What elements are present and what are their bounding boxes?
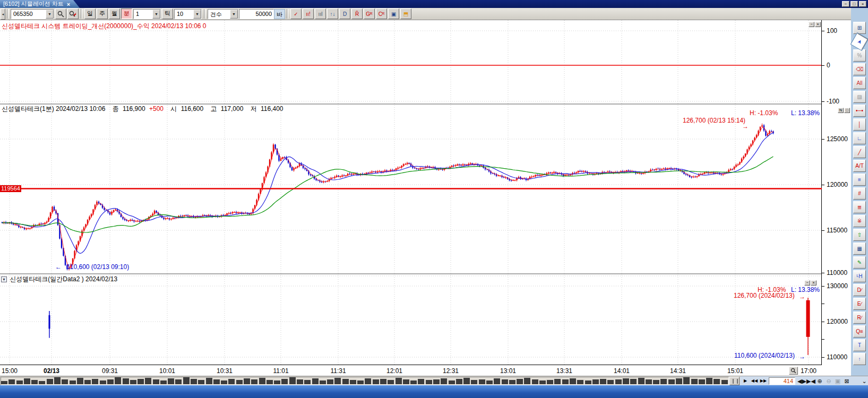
chevron-down-icon[interactable]: ▼ bbox=[46, 10, 54, 19]
q-list-icon[interactable]: Q≡ bbox=[853, 325, 866, 338]
period-combobox[interactable]: 1 ▼ bbox=[133, 9, 161, 19]
volume-bar bbox=[206, 378, 212, 384]
vline-tool-icon[interactable]: │ bbox=[853, 118, 866, 131]
arrow-top-icon[interactable]: ↑ bbox=[853, 353, 866, 365]
stock-code-combobox[interactable]: 065350 ▼ bbox=[11, 9, 54, 19]
volume-bar bbox=[502, 379, 508, 384]
expand-bars-button[interactable]: ◀▶ bbox=[797, 377, 806, 385]
axis-zoom-button[interactable] bbox=[789, 367, 798, 375]
t-text-icon[interactable]: T bbox=[853, 339, 866, 351]
fit-button[interactable]: ▣ bbox=[833, 377, 842, 385]
axis-tick bbox=[822, 286, 824, 287]
arrow-up-icon[interactable]: ⇧ bbox=[853, 229, 866, 241]
zoom-area-icon[interactable]: ▨ bbox=[853, 91, 866, 103]
d-hatch-icon[interactable]: D∕ bbox=[853, 284, 866, 296]
chevron-down-icon[interactable]: ⌄ bbox=[860, 377, 868, 385]
bar-count-input[interactable] bbox=[769, 377, 795, 385]
volume-bar bbox=[107, 379, 114, 384]
volume-bar bbox=[115, 377, 121, 384]
volume-bar bbox=[236, 380, 243, 384]
zoom-in-button[interactable]: ⊕ bbox=[815, 377, 824, 385]
lh-chart-icon[interactable]: ᴸH bbox=[853, 270, 866, 282]
trendline-icon[interactable]: ╱ bbox=[853, 146, 866, 158]
tab-close-icon[interactable]: × bbox=[67, 1, 70, 7]
close-zoom-button[interactable]: ⊠ bbox=[843, 377, 851, 385]
minute-pane-button[interactable]: N bbox=[838, 108, 844, 113]
window-tab[interactable]: [6102] 시뮬레이션 차트 × bbox=[0, 0, 80, 8]
toolbar-collapse-button[interactable]: ◂ bbox=[1, 8, 5, 20]
signal-bars-icon[interactable]: ıı! bbox=[303, 8, 314, 19]
maximize-button[interactable]: □ bbox=[850, 1, 858, 7]
r-hatch-icon[interactable]: R∕ bbox=[853, 312, 866, 324]
period-button-일[interactable]: 일 bbox=[84, 8, 96, 19]
volume-bar bbox=[8, 379, 15, 384]
collapse-pane-icon[interactable]: ▼ bbox=[1, 276, 7, 282]
daily-pane-button[interactable]: − bbox=[804, 280, 810, 285]
volume-bar bbox=[463, 378, 470, 384]
hlines-stack-icon[interactable]: ≡ bbox=[853, 174, 866, 186]
profit-pane-button[interactable]: − bbox=[809, 22, 814, 27]
percent-icon[interactable]: % bbox=[853, 49, 866, 62]
period-button-월[interactable]: 월 bbox=[109, 8, 120, 19]
page-first-button[interactable]: ◀◀ bbox=[750, 377, 759, 385]
pattern-icon[interactable]: ※ bbox=[853, 215, 866, 227]
copy-r-icon[interactable]: Cᴿ bbox=[376, 8, 387, 19]
new-document-icon[interactable]: D bbox=[339, 8, 350, 19]
minimize-button[interactable]: − bbox=[842, 1, 849, 7]
search-button[interactable] bbox=[55, 8, 66, 19]
time-label: 11:01 bbox=[273, 367, 288, 375]
volume-bars-icon[interactable]: ııl bbox=[315, 8, 326, 19]
period-button-분[interactable]: 분 bbox=[121, 8, 132, 19]
sort-arrows-icon[interactable]: ↑↓ bbox=[327, 8, 338, 19]
count-input[interactable] bbox=[239, 9, 274, 19]
red-lines-icon[interactable]: ≣ bbox=[853, 201, 866, 213]
minute-pane-button[interactable]: □ bbox=[844, 108, 850, 113]
page-last-button[interactable]: ▶▶ bbox=[759, 377, 768, 385]
low-label: 저 bbox=[251, 105, 257, 114]
scrollbar-thumb[interactable] bbox=[729, 377, 740, 385]
scroll-right-button[interactable]: ▶ bbox=[742, 377, 749, 385]
profit-pane-button[interactable]: × bbox=[815, 22, 821, 27]
refresh-r-icon[interactable]: R̈ bbox=[351, 8, 363, 19]
cursor-icon[interactable]: ➤ bbox=[851, 33, 868, 50]
axis-tick bbox=[822, 357, 824, 358]
time-label: 15:00 bbox=[2, 367, 18, 375]
daily-pane-button[interactable]: × bbox=[811, 280, 817, 285]
chart-layout-icon[interactable]: ⊞ bbox=[853, 22, 866, 34]
ma-mid-line bbox=[2, 133, 774, 254]
period-button-주[interactable]: 주 bbox=[97, 8, 108, 19]
time-label: 12:01 bbox=[386, 367, 402, 375]
text-tool-icon[interactable]: A/T bbox=[853, 160, 866, 172]
open-folder-icon[interactable]: ⬒ bbox=[400, 8, 411, 19]
chart-canvas[interactable] bbox=[0, 20, 822, 366]
zoom-out-button[interactable]: ⊖ bbox=[824, 377, 833, 385]
e-hatch-icon[interactable]: E∕ bbox=[853, 298, 866, 310]
strategy-check-icon[interactable]: ✓ bbox=[290, 8, 302, 19]
magnifier-icon bbox=[790, 368, 796, 374]
count-bars-icon[interactable]: # bbox=[853, 187, 866, 200]
chevron-down-icon[interactable]: ▼ bbox=[152, 10, 160, 19]
count-combobox[interactable]: 건수 ▼ bbox=[208, 9, 238, 19]
shrink-bars-button[interactable]: ▶◀ bbox=[806, 377, 815, 385]
save-icon[interactable]: ▣ bbox=[388, 8, 399, 19]
eraser-all-icon[interactable]: All bbox=[853, 77, 866, 89]
volume-bar bbox=[137, 379, 144, 384]
grid-box-icon[interactable]: ▦ bbox=[853, 243, 866, 255]
volume-bar bbox=[547, 380, 553, 384]
time-label: 11:31 bbox=[330, 367, 346, 375]
tick-combobox[interactable]: 10 ▼ bbox=[174, 9, 202, 19]
chevron-down-icon[interactable]: ▼ bbox=[230, 10, 238, 19]
hline-tool-icon[interactable]: •─• bbox=[853, 105, 866, 117]
tick-button[interactable]: 틱 bbox=[162, 8, 173, 19]
volume-bar bbox=[592, 379, 599, 384]
chevron-down-icon[interactable]: ▼ bbox=[193, 10, 201, 19]
close-button[interactable]: × bbox=[859, 1, 866, 7]
volume-minimap[interactable] bbox=[1, 377, 729, 385]
step-line-icon[interactable]: ∟ bbox=[853, 132, 866, 144]
separator bbox=[204, 9, 205, 19]
eraser-check-icon[interactable]: ⌫ bbox=[853, 63, 866, 75]
pencil-icon[interactable]: ✎ bbox=[853, 256, 866, 269]
chart-r-icon[interactable]: Gᴿ bbox=[364, 8, 375, 19]
axis-tick bbox=[822, 31, 824, 31]
search-reset-button[interactable] bbox=[67, 8, 79, 19]
